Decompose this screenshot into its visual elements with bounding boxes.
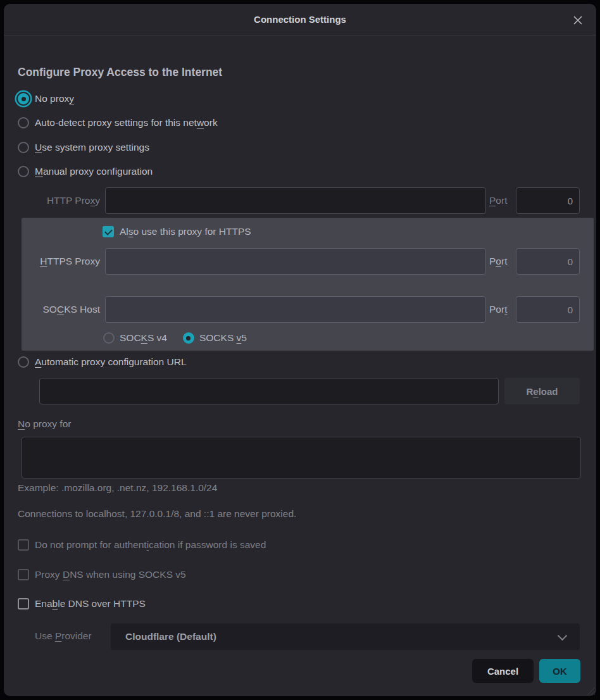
checkbox-label: Proxy DNS when using SOCKS v5 — [35, 569, 186, 580]
checkbox-icon — [18, 539, 29, 551]
checkbox-no-prompt-auth[interactable]: Do not prompt for authentication if pass… — [18, 538, 266, 552]
ok-button[interactable]: OK — [539, 659, 580, 683]
http-port-label: Port — [489, 187, 516, 214]
provider-dropdown[interactable]: Cloudflare (Default) — [111, 623, 580, 650]
checkbox-share-proxy-https[interactable]: Also use this proxy for HTTPS — [103, 225, 251, 239]
radio-socks-v4[interactable]: SOCKS v4 — [103, 332, 167, 344]
close-button[interactable] — [570, 12, 586, 28]
radio-label: Manual proxy configuration — [35, 166, 153, 177]
radio-label: SOCKS v4 — [120, 332, 167, 344]
radio-manual-proxy[interactable]: Manual proxy configuration — [18, 163, 153, 180]
page-title: Configure Proxy Access to the Internet — [18, 66, 222, 79]
close-icon — [572, 15, 584, 26]
radio-icon — [18, 117, 29, 128]
socks-host-label: SOCKS Host — [0, 296, 100, 323]
radio-auto-detect[interactable]: Auto-detect proxy settings for this netw… — [18, 115, 218, 131]
checkbox-proxy-dns-socks5[interactable]: Proxy DNS when using SOCKS v5 — [18, 568, 186, 582]
no-proxy-for-textarea[interactable] — [22, 437, 581, 478]
dialog-title: Connection Settings — [4, 4, 596, 35]
socks-version-radios: SOCKS v4 SOCKS v5 — [103, 331, 247, 345]
provider-selected-value: Cloudflare (Default) — [125, 623, 216, 650]
http-proxy-label: HTTP Proxy — [0, 187, 100, 214]
chevron-down-icon — [558, 631, 568, 641]
cancel-label: Cancel — [487, 666, 518, 677]
localhost-note: Connections to localhost, 127.0.0.1/8, a… — [18, 508, 296, 520]
https-port-label: Port — [489, 248, 516, 275]
checkbox-label: Enable DNS over HTTPS — [35, 598, 146, 609]
radio-label: No proxy — [35, 93, 74, 104]
title-bar: Connection Settings — [4, 4, 596, 35]
radio-label: Auto-detect proxy settings for this netw… — [35, 117, 218, 128]
radio-no-proxy[interactable]: No proxy — [18, 91, 74, 107]
radio-label: Automatic proxy configuration URL — [35, 356, 187, 368]
use-provider-label: Use Provider — [35, 630, 92, 642]
https-proxy-label: HTTPS Proxy — [0, 248, 100, 275]
radio-socks-v5[interactable]: SOCKS v5 — [183, 332, 247, 344]
ok-label: OK — [553, 666, 567, 677]
radio-icon — [183, 332, 194, 344]
reload-button[interactable]: Reload — [504, 378, 580, 404]
checkbox-enable-doh[interactable]: Enable DNS over HTTPS — [18, 597, 146, 611]
radio-label: Use system proxy settings — [35, 142, 149, 153]
checkbox-icon — [18, 569, 29, 580]
radio-auto-config-url[interactable]: Automatic proxy configuration URL — [18, 354, 187, 370]
socks-host-input[interactable] — [105, 296, 486, 323]
cancel-button[interactable]: Cancel — [472, 659, 534, 683]
checkbox-icon — [18, 598, 29, 609]
radio-icon — [18, 142, 29, 153]
radio-icon — [18, 356, 29, 368]
no-proxy-for-label: No proxy for — [18, 418, 71, 430]
http-proxy-input[interactable] — [105, 187, 486, 214]
example-text: Example: .mozilla.org, .net.nz, 192.168.… — [18, 482, 217, 494]
radio-icon — [103, 332, 115, 344]
socks-port-label: Port — [489, 296, 516, 323]
https-proxy-input[interactable] — [105, 248, 486, 275]
reload-label: Reload — [526, 386, 558, 397]
auto-config-url-input[interactable] — [39, 378, 499, 404]
checkbox-label: Also use this proxy for HTTPS — [120, 226, 251, 237]
socks-port-input[interactable] — [516, 296, 580, 323]
connection-settings-dialog: Connection Settings Configure Proxy Acce… — [0, 0, 600, 700]
radio-system-proxy[interactable]: Use system proxy settings — [18, 139, 149, 156]
radio-label: SOCKS v5 — [199, 332, 247, 344]
checkbox-label: Do not prompt for authentication if pass… — [35, 539, 266, 551]
radio-icon — [18, 93, 29, 104]
checkbox-checked-icon — [103, 226, 114, 237]
radio-icon — [18, 166, 29, 177]
http-port-input[interactable] — [516, 187, 580, 214]
https-port-input[interactable] — [516, 248, 580, 275]
